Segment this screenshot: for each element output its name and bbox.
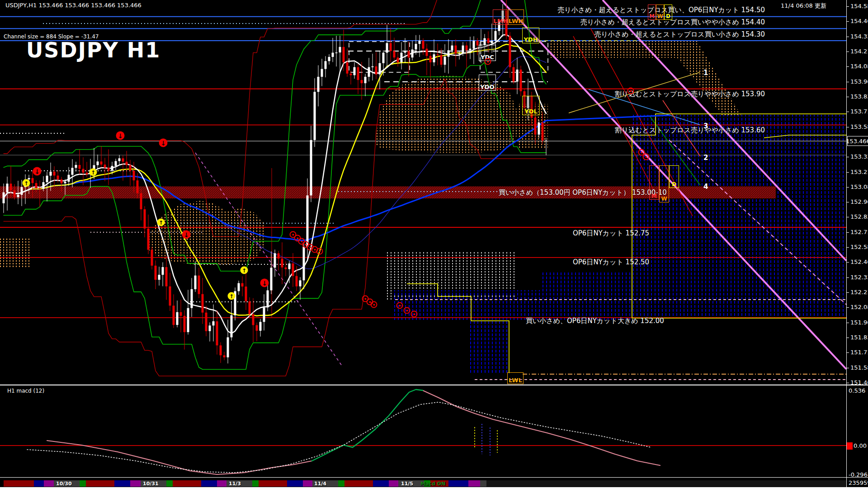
candle [368, 67, 370, 77]
sell-signal-icon: ↓ [182, 230, 191, 239]
candle [205, 313, 208, 331]
pivot-label-ydo: YDO [479, 75, 496, 91]
timeline-segment [130, 480, 141, 487]
date-axis-label[interactable]: 11/5 [401, 481, 413, 487]
candle [68, 175, 70, 182]
candle [397, 57, 399, 62]
pivot-label-ydl: YDL [522, 96, 540, 115]
candle [354, 67, 356, 75]
date-axis-label[interactable]: 11/3 [229, 481, 241, 487]
price-axis-tick: 151.585 [850, 364, 868, 371]
candle [86, 173, 88, 174]
projection-number-label: 4 [703, 183, 708, 191]
updated-timestamp: 11/4 06:08 更新 [781, 2, 826, 10]
candle [343, 47, 345, 62]
candle [111, 166, 113, 171]
candle [249, 301, 251, 314]
projection-number-label: 1 [703, 69, 708, 77]
candle [292, 263, 294, 276]
price-axis-tick: 153.835 [850, 93, 868, 100]
order-annotation: 割り込むとストップロス売りやや小さめ 153.60 [615, 126, 765, 135]
candle [259, 322, 262, 331]
candle [408, 51, 410, 57]
candle [440, 55, 443, 65]
candle [108, 168, 110, 171]
timeline-segment [86, 480, 114, 487]
price-axis-tick: 153.585 [850, 123, 868, 130]
timeline-segment [166, 480, 173, 487]
timeline-segment [389, 480, 398, 487]
alert-ring-icon [371, 301, 377, 308]
alert-ring-icon [404, 307, 410, 314]
macd-pane [0, 389, 846, 474]
candle [53, 172, 56, 176]
candle [165, 267, 168, 286]
candle [216, 321, 218, 345]
timeline-segment [448, 480, 468, 487]
candle [220, 345, 222, 355]
date-axis-label[interactable]: 10/30 [56, 481, 72, 487]
projection-number-label: 2 [703, 154, 708, 162]
timeline-segment [486, 480, 846, 487]
candle [278, 253, 280, 258]
candle [17, 195, 19, 197]
candle [10, 183, 12, 190]
candle [194, 276, 197, 289]
candle [437, 54, 439, 55]
timeline-segment [303, 480, 312, 487]
sell-signal-icon: ↓ [260, 279, 269, 287]
date-axis-label[interactable]: 11/4 [314, 481, 326, 487]
candle [473, 41, 475, 49]
candle [129, 165, 132, 171]
mwd-cell-w: W [659, 165, 669, 202]
candle [147, 229, 150, 250]
macd-indicator-label: H1 macd (12) [7, 388, 44, 394]
candle [202, 294, 204, 313]
candle [516, 70, 519, 82]
macd-axis-high: 0.536 [849, 387, 865, 394]
candle [426, 49, 428, 56]
candle [118, 158, 121, 161]
order-annotation: 買い小さめ（153.00円 OP6日NYカット） 153.00-10 [499, 188, 667, 197]
candle [212, 321, 215, 325]
date-axis-label[interactable]: 10/31 [143, 481, 159, 487]
candle [382, 53, 385, 63]
timeline-segment [173, 480, 201, 487]
candle [191, 289, 193, 308]
alert-ring-icon [396, 302, 403, 309]
macd-axis-time: 235959 [849, 479, 868, 486]
candle [513, 67, 515, 82]
candle [310, 140, 312, 196]
sell-signal-icon: ↓ [33, 167, 42, 176]
price-axis-tick: 151.710 [850, 349, 868, 356]
candle [448, 50, 450, 56]
candle [97, 161, 99, 165]
price-axis-tick: 154.460 [850, 18, 868, 24]
timeline-segment [0, 480, 4, 487]
price-axis-tick: 153.210 [850, 169, 868, 175]
price-axis-tick: 154.210 [850, 48, 868, 55]
candle [303, 247, 305, 281]
order-annotation: 売り小さめ・超えるとストップロス買い小さめ 154.30 [594, 30, 765, 39]
mwd-cell-d: D [664, 5, 672, 20]
buy-signal-icon: ↑ [228, 292, 236, 300]
candle [411, 50, 414, 58]
candle [169, 286, 171, 306]
pivot-label-ydh: YDH [522, 28, 539, 43]
candle [361, 80, 363, 83]
candle [433, 54, 435, 62]
candle [469, 49, 472, 51]
candle [314, 92, 316, 140]
candle [321, 69, 323, 77]
candle [61, 179, 63, 183]
timeline-segment [373, 480, 389, 487]
candle [281, 258, 283, 267]
candle [140, 193, 142, 210]
pane-divider [0, 385, 868, 385]
candle [263, 307, 265, 322]
mwd-pivot-box-group: MWD [648, 5, 672, 20]
pivot-label-lwl: LWL [507, 372, 524, 384]
alert-ring-icon [627, 88, 634, 94]
price-axis-tick: 152.335 [850, 274, 868, 281]
candle [162, 267, 164, 275]
